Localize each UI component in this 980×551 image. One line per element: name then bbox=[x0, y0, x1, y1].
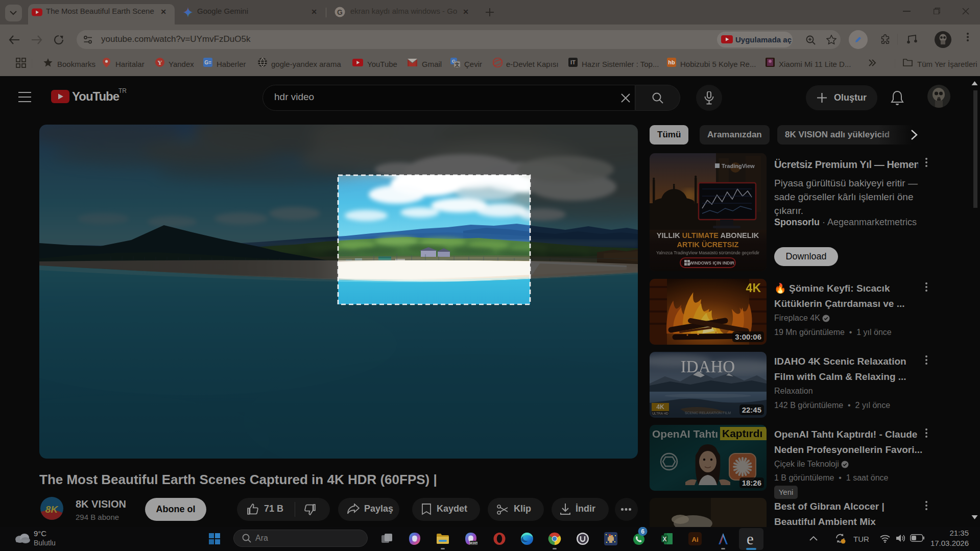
svg-text:SCENIC RELAXATION FILM: SCENIC RELAXATION FILM bbox=[685, 411, 731, 415]
svg-text:8K: 8K bbox=[45, 504, 59, 515]
svg-text:文: 文 bbox=[455, 62, 460, 67]
svg-text:Y: Y bbox=[157, 59, 162, 66]
svg-text:4K: 4K bbox=[746, 281, 761, 295]
svg-text:G: G bbox=[337, 8, 343, 16]
svg-text:IT: IT bbox=[570, 59, 576, 65]
svg-text:WINDOWS IÇIN INDIR: WINDOWS IÇIN INDIR bbox=[689, 260, 734, 266]
svg-text:Ai: Ai bbox=[692, 536, 699, 543]
svg-text:X: X bbox=[662, 536, 666, 543]
svg-text:IDAHO: IDAHO bbox=[681, 357, 735, 376]
svg-text:Kaptırdı: Kaptırdı bbox=[722, 427, 762, 439]
svg-text:G=: G= bbox=[204, 60, 211, 65]
svg-text:OpenAI Tahtı: OpenAI Tahtı bbox=[652, 428, 718, 440]
svg-text:TradingView: TradingView bbox=[722, 163, 755, 169]
svg-text:6: 6 bbox=[641, 528, 644, 535]
svg-text:hb: hb bbox=[668, 59, 675, 65]
svg-text:M365: M365 bbox=[469, 541, 477, 545]
svg-text:ULTRA HD: ULTRA HD bbox=[652, 412, 668, 415]
svg-text:ARTIK ÜCRETSIZ: ARTIK ÜCRETSIZ bbox=[677, 241, 739, 249]
svg-text:4K: 4K bbox=[656, 403, 664, 411]
svg-text:YILLIK ULTIMATE ABONELIK: YILLIK ULTIMATE ABONELIK bbox=[657, 231, 759, 239]
svg-text:Yalnızca TradingView Masaüstü: Yalnızca TradingView Masaüstü sürümünde … bbox=[656, 250, 759, 255]
